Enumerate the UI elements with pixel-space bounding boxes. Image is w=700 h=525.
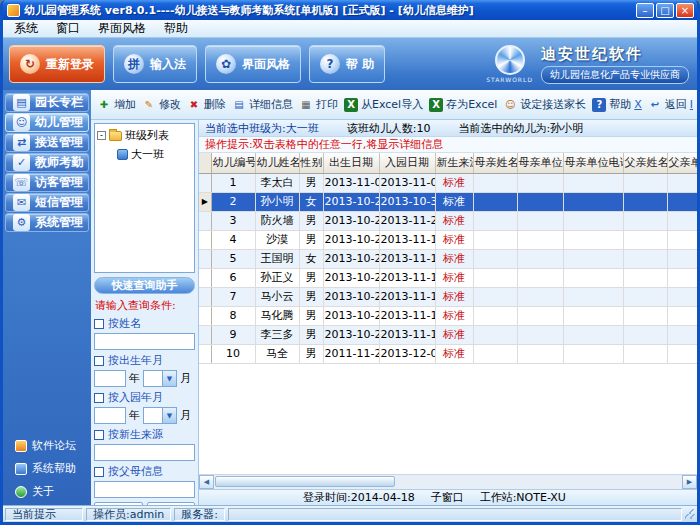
sidebar-item-label: 短信管理: [35, 194, 83, 211]
action-button-help[interactable]: ?帮助X: [589, 94, 645, 115]
tree-node-class-list[interactable]: - 班级列表: [97, 128, 192, 143]
menu-item-1[interactable]: 窗口: [47, 20, 89, 37]
horizontal-scrollbar[interactable]: ◀ ▶: [199, 474, 697, 489]
table-row[interactable]: 5王国明女2013-10-282013-11-13标准: [199, 249, 697, 268]
table-row[interactable]: 10马全男2011-11-252013-12-03标准: [199, 344, 697, 363]
scroll-left-button[interactable]: ◀: [199, 475, 214, 489]
toolbar-button-style[interactable]: ✿界面风格: [205, 45, 301, 83]
table-cell: [473, 211, 517, 230]
toolbar-button-relogin[interactable]: ↻重新登录: [9, 45, 105, 83]
query-input-0[interactable]: [94, 333, 195, 350]
sidebar-link-forum[interactable]: 软件论坛: [15, 438, 89, 453]
year-input-2[interactable]: [94, 407, 126, 424]
brand-logo-block: STARWORLD: [486, 45, 533, 83]
query-checkbox-2[interactable]: [94, 393, 104, 403]
scroll-right-button[interactable]: ▶: [682, 475, 697, 489]
table-row[interactable]: 3防火墙男2013-10-282013-11-21标准: [199, 211, 697, 230]
menu-item-3[interactable]: 帮助: [155, 20, 197, 37]
table-row[interactable]: 7马小云男2013-10-282013-11-13标准: [199, 287, 697, 306]
table-cell: 10: [211, 344, 255, 363]
tree-child-label: 大一班: [131, 147, 164, 162]
table-row[interactable]: 9李三多男2013-10-272013-11-13标准: [199, 325, 697, 344]
table-cell: [563, 192, 623, 211]
sms-management-icon: ✉: [13, 194, 30, 211]
table-row[interactable]: 6孙正义男2013-10-282013-11-13标准: [199, 268, 697, 287]
query-checkbox-0[interactable]: [94, 319, 104, 329]
sidebar-item-sms-management[interactable]: ✉短信管理: [5, 193, 89, 212]
action-button-import-excel[interactable]: X从Excel导入: [341, 94, 426, 115]
sidebar-footer: 软件论坛系统帮助关于: [5, 432, 89, 501]
query-checkbox-3[interactable]: [94, 430, 104, 440]
table-cell: [623, 192, 667, 211]
maximize-button[interactable]: □: [656, 3, 674, 18]
action-button-delete[interactable]: ✖删除: [184, 94, 229, 115]
menu-item-0[interactable]: 系统: [5, 20, 47, 37]
query-input-4[interactable]: [94, 481, 195, 498]
query-assistant-header: 快速查询助手: [94, 277, 195, 294]
table-cell: [517, 230, 563, 249]
query-checkbox-4[interactable]: [94, 467, 104, 477]
column-header: 性别: [299, 153, 323, 173]
action-button-label: 存为Excel: [446, 97, 497, 112]
sidebar-item-system-management[interactable]: ⚙系统管理: [5, 213, 89, 232]
query-field-label-3: 按新生来源: [94, 427, 195, 442]
table-cell: 2: [211, 192, 255, 211]
table-row[interactable]: 1李太白男2013-11-052013-11-05标准: [199, 173, 697, 192]
table-cell: 男: [299, 344, 323, 363]
sidebar: ▤园长专栏☺幼儿管理⇄接送管理✓教师考勤☏访客管理✉短信管理⚙系统管理 软件论坛…: [3, 90, 91, 505]
table-cell: 2013-11-13: [379, 249, 435, 268]
action-button-label: 删除: [204, 97, 226, 112]
table-cell: [563, 211, 623, 230]
month-select-2[interactable]: ▼: [143, 407, 177, 424]
toolbar-button-ime[interactable]: 拼输入法: [113, 45, 197, 83]
column-header: 幼儿编号: [211, 153, 255, 173]
menu-item-2[interactable]: 界面风格: [89, 20, 155, 37]
row-indicator-header: [199, 153, 211, 173]
sidebar-item-visitor-management[interactable]: ☏访客管理: [5, 173, 89, 192]
toolbar-button-help[interactable]: ?帮 助: [309, 45, 385, 83]
table-cell: 2013-11-13: [379, 230, 435, 249]
row-indicator: [199, 268, 211, 287]
table-row[interactable]: 4沙漠男2013-10-282013-11-13标准: [199, 230, 697, 249]
tree-expander-icon[interactable]: -: [97, 131, 106, 140]
table-cell: 标准: [435, 287, 473, 306]
sidebar-link-system-help[interactable]: 系统帮助: [15, 461, 89, 476]
sidebar-item-child-management[interactable]: ☺幼儿管理: [5, 113, 89, 132]
table-row[interactable]: ▶2孙小明女2013-10-282013-10-30标准: [199, 192, 697, 211]
sidebar-link-about[interactable]: 关于: [15, 484, 89, 499]
query-field-label-text: 按父母信息: [108, 464, 163, 479]
chevron-down-icon: ▼: [162, 408, 176, 423]
year-input-1[interactable]: [94, 370, 126, 387]
action-button-add[interactable]: ✚增加: [94, 94, 139, 115]
action-button-details[interactable]: ▤详细信息: [229, 94, 296, 115]
action-button-back[interactable]: ↩返回I: [645, 94, 696, 115]
sidebar-link-label: 系统帮助: [32, 461, 76, 476]
tree-node-class-1[interactable]: 大一班: [117, 147, 192, 162]
sidebar-item-pickup-management[interactable]: ⇄接送管理: [5, 133, 89, 152]
minimize-button[interactable]: –: [636, 3, 654, 18]
table-row[interactable]: 8马化腾男2013-10-282013-11-13标准: [199, 306, 697, 325]
query-input-3[interactable]: [94, 444, 195, 461]
table-cell: [563, 230, 623, 249]
scrollbar-track[interactable]: [214, 475, 682, 489]
table-body: 1李太白男2013-11-052013-11-05标准▶2孙小明女2013-10…: [199, 173, 697, 363]
action-button-print[interactable]: ▦打印: [296, 94, 341, 115]
resize-grip[interactable]: [685, 509, 695, 519]
table-cell: 9: [211, 325, 255, 344]
table-cell: [473, 344, 517, 363]
column-header: 出生日期: [323, 153, 379, 173]
action-button-edit[interactable]: ✎修改: [139, 94, 184, 115]
month-select-1[interactable]: ▼: [143, 370, 177, 387]
query-checkbox-1[interactable]: [94, 356, 104, 366]
table-cell: [563, 249, 623, 268]
action-button-label: 增加: [114, 97, 136, 112]
main-area: ✚增加✎修改✖删除▤详细信息▦打印X从Excel导入X存为Excel☺设定接送家…: [91, 90, 697, 505]
sidebar-item-principal-column[interactable]: ▤园长专栏: [5, 93, 89, 112]
sidebar-item-teacher-attendance[interactable]: ✓教师考勤: [5, 153, 89, 172]
table-cell: 标准: [435, 192, 473, 211]
scrollbar-thumb[interactable]: [215, 476, 395, 487]
action-button-set-guardian[interactable]: ☺设定接送家长: [500, 94, 589, 115]
table-cell: 2013-11-13: [379, 287, 435, 306]
close-button[interactable]: ×: [676, 3, 694, 18]
action-button-export-excel[interactable]: X存为Excel: [426, 94, 500, 115]
